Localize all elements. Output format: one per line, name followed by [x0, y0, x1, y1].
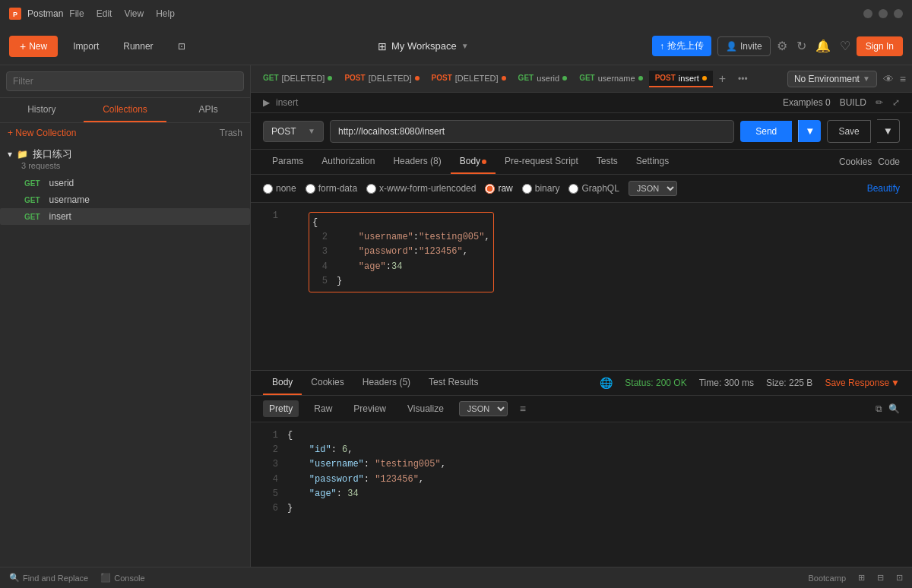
add-tab-button[interactable]: +	[713, 69, 732, 89]
folder-icon: 📁	[17, 149, 28, 160]
method-select[interactable]: POST ▼	[263, 121, 324, 142]
body-opt-formdata[interactable]: form-data	[306, 183, 357, 194]
menu-edit[interactable]: Edit	[97, 8, 112, 19]
body-radio-none[interactable]	[263, 184, 273, 194]
share-icon[interactable]: ⤢	[892, 97, 900, 108]
heart-icon[interactable]: ♡	[840, 39, 850, 53]
tab-history[interactable]: History	[0, 98, 84, 122]
send-dropdown-button[interactable]: ▼	[798, 120, 821, 142]
search-input[interactable]	[6, 71, 244, 91]
search-icon[interactable]: 🔍	[888, 403, 900, 414]
request-username[interactable]: GET username	[0, 191, 250, 208]
option-prerequest[interactable]: Pre-request Script	[496, 150, 587, 174]
save-dropdown-button[interactable]: ▼	[877, 119, 900, 143]
minimize-button[interactable]	[863, 9, 872, 18]
tab-deleted-get[interactable]: GET [DELETED]	[257, 71, 338, 87]
tab-deleted-post1[interactable]: POST [DELETED]	[338, 71, 425, 87]
code-line-1: 1 { 2 "username":"testing005", 3	[263, 209, 900, 296]
runner-button[interactable]: Runner	[114, 36, 162, 56]
body-radio-graphql[interactable]	[568, 184, 578, 194]
beautify-button[interactable]: Beautify	[867, 183, 900, 194]
body-radio-urlencoded[interactable]	[366, 184, 376, 194]
option-settings[interactable]: Settings	[627, 150, 678, 174]
body-format-select[interactable]: JSON Text XML	[629, 181, 677, 196]
view-toggle[interactable]: ⊡	[169, 36, 195, 56]
tab-deleted-post2[interactable]: POST [DELETED]	[426, 71, 512, 87]
examples-button[interactable]: Examples 0	[783, 97, 831, 108]
tab-collections[interactable]: Collections	[84, 98, 167, 122]
layout-icon-2[interactable]: ⊟	[877, 573, 884, 583]
response-format-select[interactable]: JSON	[459, 401, 508, 416]
new-collection-button[interactable]: + New Collection	[8, 128, 76, 138]
option-tests[interactable]: Tests	[587, 150, 627, 174]
body-opt-raw[interactable]: raw	[485, 183, 512, 194]
environment-selector[interactable]: No Environment ▼	[787, 71, 877, 87]
request-userid[interactable]: GET userid	[0, 175, 250, 191]
sync-icon[interactable]: ↻	[796, 39, 806, 53]
trash-button[interactable]: Trash	[220, 128, 242, 138]
layout-icon-3[interactable]: ⊡	[896, 573, 903, 583]
body-radio-binary[interactable]	[522, 184, 532, 194]
url-input[interactable]	[330, 120, 734, 143]
maximize-button[interactable]	[879, 9, 888, 18]
body-opt-none[interactable]: none	[263, 183, 296, 194]
console-button[interactable]: ⬛ Console	[100, 573, 144, 583]
bootcamp-button[interactable]: Bootcamp	[808, 574, 846, 583]
body-opt-binary[interactable]: binary	[522, 183, 560, 194]
resp-opt-preview[interactable]: Preview	[347, 400, 392, 417]
workspace-selector[interactable]: ⊞ My Workspace ▼	[201, 40, 646, 52]
option-params[interactable]: Params	[263, 150, 312, 174]
option-headers[interactable]: Headers (8)	[384, 150, 450, 174]
resp-opt-visualize[interactable]: Visualize	[401, 400, 450, 417]
find-replace-button[interactable]: 🔍 Find and Replace	[9, 573, 88, 583]
import-button[interactable]: Import	[64, 36, 108, 56]
body-radio-raw[interactable]	[485, 184, 495, 194]
wrap-icon[interactable]: ≡	[520, 403, 526, 415]
plus-icon: +	[20, 40, 26, 52]
collection-item[interactable]: ▾ 📁 接口练习 3 requests	[0, 143, 250, 175]
signin-button[interactable]: Sign In	[857, 36, 903, 56]
method-badge-get2: GET	[21, 195, 43, 205]
tab-apis[interactable]: APIs	[166, 98, 250, 122]
body-opt-graphql[interactable]: GraphQL	[568, 183, 619, 194]
resp-line-6: 6 }	[263, 501, 900, 516]
pencil-icon[interactable]: ✏	[876, 97, 883, 108]
bell-icon[interactable]: 🔔	[815, 39, 831, 53]
code-button[interactable]: Code	[878, 156, 900, 167]
upload-button[interactable]: ↑ 抢先上传	[652, 36, 711, 56]
resp-tab-headers[interactable]: Headers (5)	[353, 371, 420, 395]
copy-icon[interactable]: ⧉	[876, 403, 882, 414]
request-insert[interactable]: GET insert	[0, 208, 250, 225]
option-auth[interactable]: Authorization	[312, 150, 384, 174]
settings-icon[interactable]: ⚙	[777, 39, 787, 53]
body-radio-formdata[interactable]	[306, 184, 315, 194]
menu-view[interactable]: View	[124, 8, 144, 19]
send-button[interactable]: Send	[740, 121, 792, 142]
save-button[interactable]: Save	[827, 120, 870, 143]
resp-line-num-6: 6	[263, 501, 278, 516]
tab-insert-active[interactable]: POST insert	[649, 71, 713, 87]
invite-button[interactable]: 👤 Invite	[717, 36, 771, 56]
menu-file[interactable]: File	[69, 8, 84, 19]
request-name-insert: insert	[49, 211, 71, 222]
new-button[interactable]: + New	[9, 36, 58, 57]
option-body[interactable]: Body	[451, 150, 496, 174]
cookies-button[interactable]: Cookies	[839, 156, 872, 167]
tab-userid[interactable]: GET userid	[512, 71, 574, 87]
env-eye-icon[interactable]: 👁	[883, 73, 894, 85]
request-code-editor[interactable]: 1 { 2 "username":"testing005", 3	[251, 203, 912, 370]
resp-tab-body[interactable]: Body	[263, 371, 302, 395]
menu-help[interactable]: Help	[156, 8, 175, 19]
build-button[interactable]: BUILD	[840, 97, 866, 108]
tab-username[interactable]: GET username	[573, 71, 648, 87]
layout-icon-1[interactable]: ⊞	[858, 573, 865, 583]
env-settings-icon[interactable]: ≡	[900, 73, 906, 85]
resp-tab-test-results[interactable]: Test Results	[420, 371, 487, 395]
resp-opt-pretty[interactable]: Pretty	[263, 400, 299, 417]
more-tabs-button[interactable]: •••	[732, 71, 754, 87]
save-response-button[interactable]: Save Response ▼	[825, 378, 900, 388]
resp-tab-cookies[interactable]: Cookies	[302, 371, 353, 395]
body-opt-urlencoded[interactable]: x-www-form-urlencoded	[366, 183, 476, 194]
resp-opt-raw[interactable]: Raw	[308, 400, 338, 417]
close-button[interactable]	[894, 9, 903, 18]
